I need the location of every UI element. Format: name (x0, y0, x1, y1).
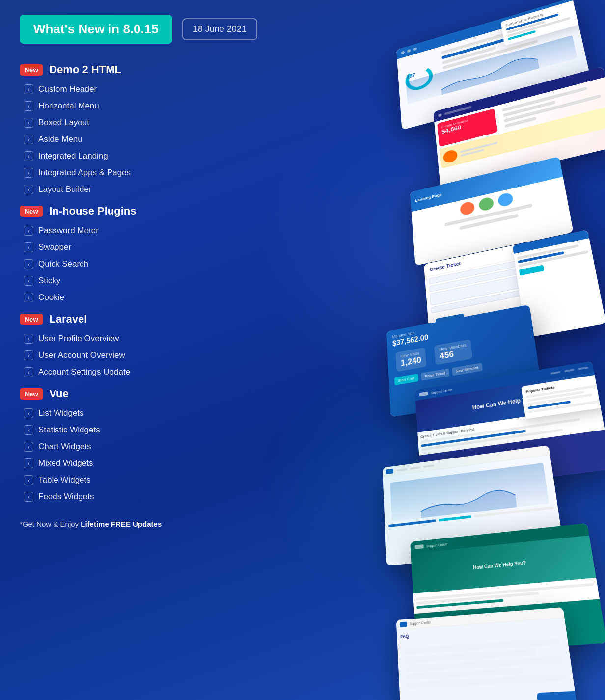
overlay-content (514, 237, 603, 281)
ticket-form: Cancel (425, 245, 602, 332)
list-item[interactable]: Statistic Widgets (24, 422, 275, 438)
teal-body (413, 578, 600, 614)
section-demo2html: NewDemo 2 HTMLCustom HeaderHorizontal Me… (20, 63, 275, 198)
mockup-actions: Create Donation $4,560 (433, 67, 605, 188)
bar4 (443, 40, 538, 70)
m2-bar3 (503, 94, 601, 122)
list-item[interactable]: Integrated Landing (24, 148, 275, 164)
ov-bar3 (518, 250, 588, 267)
list-item[interactable]: Swapper (24, 239, 275, 256)
yellow-bars (460, 142, 498, 157)
list-item[interactable]: Chart Widgets (24, 438, 275, 455)
chevron-icon (24, 492, 33, 502)
field1 (429, 246, 588, 285)
chevron-icon (24, 458, 33, 468)
left-panel: What's New in 8.0.15 18 June 2021 NewDem… (20, 15, 275, 528)
list-item[interactable]: Feeds Widgets (24, 488, 275, 505)
list-item[interactable]: Password Meter (24, 222, 275, 239)
ybar1 (460, 142, 498, 153)
ticket-header: Create Ticket (424, 230, 590, 278)
sb2 (421, 430, 525, 447)
nav-links (550, 367, 588, 375)
faq-title: FAQ (400, 622, 562, 639)
chevron-icon (24, 242, 33, 252)
teal-nav: Support Center (410, 523, 589, 554)
list-vue: List WidgetsStatistic WidgetsChart Widge… (20, 405, 275, 505)
tb1 (416, 583, 594, 600)
release-date: 18 June 2021 (182, 18, 257, 40)
landing-title: Landing Page (415, 192, 442, 203)
overlay-header (513, 230, 597, 254)
chevron-icon (24, 276, 33, 286)
list-item-label: Quick Search (38, 259, 88, 269)
ticket-footer: Cancel (428, 283, 602, 332)
list-item[interactable]: User Account Overview (24, 347, 275, 364)
version-title: What's New in 8.0.15 (20, 15, 172, 44)
mc2: New Members 456 (434, 339, 472, 365)
faq-item5 (407, 674, 565, 689)
chevron-icon (24, 293, 33, 302)
chevron-icon (24, 408, 33, 418)
list-item-label: Aside Menu (38, 135, 82, 144)
field4 (431, 276, 594, 313)
section-header-vue: NewVue (20, 387, 275, 400)
overlay-bar4 (508, 30, 536, 40)
l-bar2 (459, 214, 519, 230)
popular-label: Popular Tickets (525, 378, 597, 394)
yellow-section (440, 107, 605, 169)
list-item-label: Statistic Widgets (38, 425, 100, 435)
section-inhouse: NewIn-house PluginsPassword MeterSwapper… (20, 205, 275, 306)
mockup-faq: Support Center FAQ (396, 607, 580, 700)
lni1 (396, 468, 407, 471)
title-vue: Vue (49, 387, 69, 400)
cl3 (474, 506, 554, 518)
chevron-icon (24, 168, 33, 178)
list-item[interactable]: Quick Search (24, 256, 275, 272)
list-item[interactable]: Aside Menu (24, 131, 275, 148)
list-item-label: Account Settings Update (38, 367, 130, 377)
pt-bar4 (528, 401, 571, 409)
list-item[interactable]: Sticky (24, 272, 275, 289)
manage-content: Manage App $37,562.00 New Visits 1,240 N… (386, 305, 539, 391)
list-item-label: Feeds Widgets (38, 492, 94, 502)
list-item[interactable]: Horizontal Menu (24, 98, 275, 114)
chevron-icon (24, 334, 33, 344)
list-laravel: User Profile OverviewUser Account Overvi… (20, 330, 275, 380)
list-item[interactable]: Mixed Widgets (24, 455, 275, 472)
mc1: New Visits 1,240 (396, 347, 427, 372)
ln-logo (386, 468, 393, 474)
overlay-bar1 (506, 14, 558, 31)
list-item[interactable]: Boxed Layout (24, 114, 275, 131)
m2-bar2 (503, 101, 556, 117)
chevron-icon (24, 118, 33, 128)
landing-content (412, 177, 570, 245)
manage-value: $37,562.00 (392, 316, 526, 348)
ticket-title: Create Ticket (429, 235, 583, 272)
section-header-inhouse: NewIn-house Plugins (20, 205, 275, 217)
list-item[interactable]: Layout Builder (24, 181, 275, 198)
ov-bar1 (517, 244, 579, 260)
list-item[interactable]: List Widgets (24, 405, 275, 422)
list-item[interactable]: Integrated Apps & Pages (24, 164, 275, 181)
list-item[interactable]: Cookie (24, 289, 275, 306)
manage-actions: Start Chat Raise Ticket New Member (394, 354, 532, 385)
faq-logo (400, 621, 407, 627)
nl2 (564, 369, 575, 372)
av1 (460, 201, 475, 216)
faq-section (401, 631, 570, 696)
list-item[interactable]: Table Widgets (24, 472, 275, 488)
nl1 (550, 371, 560, 375)
faq-item1 (405, 638, 560, 655)
dot2 (407, 49, 411, 53)
section-header-demo2html: NewDemo 2 HTML (20, 63, 275, 76)
title-inhouse: In-house Plugins (49, 205, 136, 217)
lni3 (423, 464, 434, 468)
mockup-manage-app: Manage App $37,562.00 New Visits 1,240 N… (386, 305, 543, 417)
red-card-value: $4,560 (441, 116, 493, 135)
list-item[interactable]: Custom Header (24, 81, 275, 98)
list-item[interactable]: User Profile Overview (24, 330, 275, 347)
chevron-icon (24, 185, 33, 194)
list-item[interactable]: Account Settings Update (24, 364, 275, 380)
chevron-icon (24, 350, 33, 360)
red-card-label: Create Donation (441, 112, 491, 129)
